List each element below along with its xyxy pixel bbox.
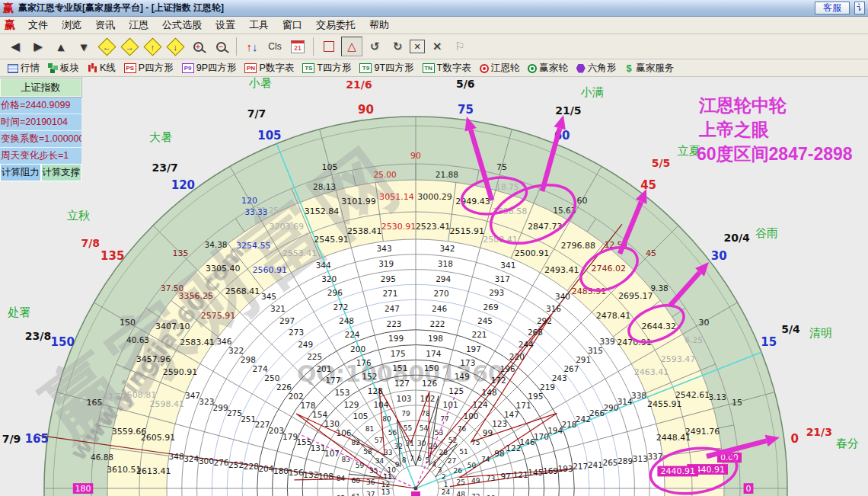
pan-up-button[interactable]: ↑ [142, 37, 163, 56]
cls-button[interactable]: Cls [264, 37, 286, 56]
svg-text:294: 294 [436, 274, 451, 283]
svg-text:小满: 小满 [580, 85, 604, 99]
svg-text:33.33: 33.33 [244, 207, 267, 216]
svg-text:2644.32: 2644.32 [642, 322, 677, 331]
calc-support-button[interactable]: 计算支撑 [41, 164, 82, 181]
t-square-button[interactable]: TST四方形 [299, 61, 356, 75]
svg-text:219: 219 [540, 382, 555, 392]
svg-text:5/5: 5/5 [652, 157, 671, 169]
svg-text:20/4: 20/4 [723, 232, 750, 244]
svg-text:341: 341 [500, 261, 515, 270]
svg-text:292: 292 [537, 316, 552, 325]
menu-item-工具[interactable]: 工具 [242, 17, 276, 34]
p-number-table-button[interactable]: PNP数字表 [241, 61, 299, 75]
svg-text:46.88: 46.88 [91, 453, 113, 462]
svg-text:290: 290 [603, 403, 618, 412]
svg-text:174: 174 [426, 349, 441, 358]
svg-text:3203.69: 3203.69 [269, 222, 304, 232]
svg-text:2590.91: 2590.91 [163, 367, 198, 377]
svg-text:21/5: 21/5 [555, 104, 581, 117]
svg-text:251: 251 [241, 414, 256, 424]
menu-item-文件[interactable]: 文件 [21, 17, 55, 34]
flag-button[interactable]: ⚐ [449, 37, 471, 56]
peak-down-button[interactable]: ▼ [73, 37, 94, 56]
menu-item-窗口[interactable]: 窗口 [276, 17, 309, 34]
calendar-button[interactable]: 21 [287, 37, 308, 56]
calc-resistance-button[interactable]: 计算阻力 [0, 164, 41, 181]
menu-item-江恩[interactable]: 江恩 [122, 17, 155, 34]
svg-text:270: 270 [434, 289, 449, 298]
svg-text:316: 316 [546, 304, 561, 313]
cross-resize-button[interactable]: ✕ [426, 37, 448, 56]
svg-text:106: 106 [336, 428, 351, 437]
9p-square-button[interactable]: P99P四方形 [179, 61, 242, 75]
nav-forward-button[interactable]: ▶ [27, 37, 49, 56]
nav-back-button[interactable]: ◀ [5, 37, 26, 56]
menu-item-资讯[interactable]: 资讯 [88, 17, 122, 34]
t-number-table-button[interactable]: TNT数字表 [420, 61, 477, 75]
svg-text:2530.91: 2530.91 [381, 222, 416, 232]
rotate-ccw-button[interactable]: ↺ [364, 37, 385, 56]
svg-text:2796.88: 2796.88 [561, 241, 596, 251]
customer-service-button[interactable]: 客服 [815, 2, 850, 14]
svg-text:2542.61: 2542.61 [675, 390, 710, 400]
clipped-button[interactable]: 讠 [854, 2, 865, 14]
sectors-icon [48, 63, 58, 73]
pan-right-button[interactable]: → [119, 37, 140, 56]
svg-text:23/8: 23/8 [25, 330, 51, 342]
rotate-cw-button[interactable]: ↻ [387, 37, 408, 56]
menu-bar: 赢 文件浏览资讯江恩公式选股设置工具窗口交易委托帮助 [0, 17, 868, 34]
9t-square-button[interactable]: T99T四方形 [356, 61, 419, 75]
winner-wheel-button[interactable]: 赢家轮 [525, 61, 573, 75]
t-number-table-icon: TN [423, 63, 435, 73]
svg-text:146: 146 [520, 437, 535, 446]
shape-square-button[interactable] [318, 37, 340, 56]
svg-text:249: 249 [298, 340, 313, 349]
quotes-button[interactable]: 行情 [5, 61, 45, 75]
peak-up-button[interactable]: ▲ [50, 37, 72, 56]
svg-text:223: 223 [386, 319, 401, 328]
svg-text:131: 131 [311, 443, 326, 453]
zoom-out-button[interactable]: − [210, 37, 231, 56]
hexagon-button[interactable]: 六角形 [573, 61, 622, 75]
menu-item-帮助[interactable]: 帮助 [362, 17, 396, 34]
svg-text:18.75: 18.75 [496, 182, 519, 191]
menu-item-公式选股[interactable]: 公式选股 [155, 17, 209, 34]
svg-text:150: 150 [424, 363, 439, 373]
svg-text:198: 198 [428, 334, 443, 343]
svg-text:293: 293 [489, 288, 504, 297]
svg-text:2545.91: 2545.91 [314, 235, 349, 245]
pan-left-button[interactable]: ← [96, 37, 117, 56]
pan-down-button[interactable]: ↓ [164, 37, 186, 56]
menu-item-交易委托[interactable]: 交易委托 [309, 17, 362, 34]
menu-item-设置[interactable]: 设置 [209, 17, 242, 34]
svg-text:82: 82 [351, 439, 359, 446]
svg-text:3508.81: 3508.81 [122, 390, 157, 400]
updown-arrows-button[interactable]: ↑↓ [241, 37, 263, 56]
boxed-x-button[interactable]: ✕ [410, 40, 425, 53]
sectors-button[interactable]: 板块 [45, 61, 85, 75]
price-row: 价格=2440.9099 [0, 97, 81, 114]
menu-item-浏览[interactable]: 浏览 [55, 17, 88, 34]
p-square-button[interactable]: PSP四方形 [121, 61, 179, 75]
shape-triangle-button[interactable]: △ [341, 37, 362, 56]
gann-wheel-label: 江恩轮 [491, 62, 520, 75]
kline-label: K线 [100, 62, 116, 75]
quotes-label: 行情 [21, 62, 40, 75]
p-number-table-label: P数字表 [259, 62, 294, 75]
svg-text:324: 324 [183, 454, 199, 463]
svg-text:54: 54 [420, 424, 429, 432]
gann-wheel-button[interactable]: 江恩轮 [477, 61, 525, 75]
svg-text:342: 342 [439, 244, 455, 253]
svg-text:151: 151 [392, 363, 407, 373]
svg-text:50: 50 [468, 462, 477, 469]
svg-text:27: 27 [448, 457, 456, 465]
svg-text:295: 295 [381, 274, 396, 283]
svg-text:6: 6 [417, 455, 422, 462]
svg-text:5/4: 5/4 [781, 323, 800, 335]
kline-button[interactable]: K线 [85, 61, 121, 75]
svg-text:135: 135 [101, 249, 124, 263]
zoom-in-button[interactable]: + [187, 37, 209, 56]
svg-text:49: 49 [471, 477, 480, 485]
winner-service-button[interactable]: $赢家服务 [621, 61, 679, 75]
